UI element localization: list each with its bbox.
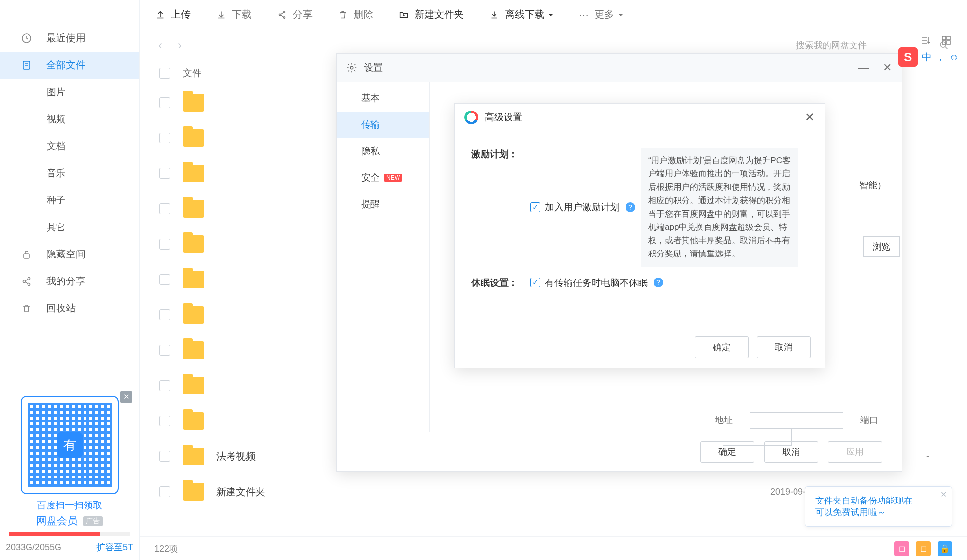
ime-face-icon[interactable]: ☺ [949,52,959,63]
qr-code[interactable] [21,396,119,494]
ime-sogou-icon[interactable]: S [898,47,918,67]
row-checkbox[interactable] [159,309,170,320]
row-checkbox[interactable] [159,380,170,391]
footer-icon-2[interactable]: ◻ [916,541,931,556]
adv-row-sleep: 休眠设置： 有传输任务时电脑不休眠 ? [471,277,808,289]
sidebar-item-other[interactable]: 其它 [0,214,139,241]
ime-comma[interactable]: ， [936,51,945,64]
main: 上传 下载 分享 删除 新建文件夹 离线下载 [140,0,967,560]
folder-icon [183,271,204,288]
row-checkbox[interactable] [159,97,170,108]
offline-button[interactable]: 离线下载 [488,8,553,21]
adv-text2: 有传输任务时电脑不休眠 [545,277,648,289]
row-checkbox[interactable] [159,486,170,497]
storage-text: 2033G/2055G [6,542,61,553]
nav-back[interactable]: ‹ [150,35,170,55]
sidebar-item-music[interactable]: 音乐 [0,160,139,187]
advanced-cancel[interactable]: 取消 [757,336,811,358]
tab-security[interactable]: 安全NEW [337,165,429,191]
footer-icon-3[interactable]: 🔒 [938,541,952,556]
svg-point-8 [284,16,285,18]
tab-transfer[interactable]: 传输 [337,112,429,138]
adv-checkbox1[interactable] [530,202,540,212]
folder-icon [183,235,204,253]
promo-text2: 网盘会员 广告 [10,514,129,528]
newfolder-button[interactable]: 新建文件夹 [398,8,464,21]
tab-basic[interactable]: 基本 [337,85,429,112]
storage-bar [9,532,130,536]
row-checkbox[interactable] [159,451,170,462]
sidebar-list: 最近使用 全部文件 图片 视频 文档 音乐 种子 其它 隐藏空间 我的分享 回收 [0,0,139,389]
settings-titlebar: 设置 — ✕ [337,54,902,82]
row-checkbox[interactable] [159,416,170,426]
folder-icon [183,412,204,430]
sidebar-item-torrent[interactable]: 种子 [0,187,139,214]
upload-icon [154,9,166,21]
settings-close[interactable]: ✕ [883,61,892,74]
adv-checkbox2[interactable] [530,278,540,287]
svg-rect-2 [24,254,29,258]
toolbar: 上传 下载 分享 删除 新建文件夹 离线下载 [140,0,967,29]
svg-rect-9 [942,36,946,40]
promo-close[interactable]: ✕ [120,391,132,403]
sidebar-item-share[interactable]: 我的分享 [0,268,139,295]
row-checkbox[interactable] [159,239,170,250]
expand-link[interactable]: 扩容至5T [96,541,133,553]
row-checkbox[interactable] [159,203,170,214]
sidebar-item-trash[interactable]: 回收站 [0,295,139,322]
settings-tabs: 基本 传输 隐私 安全NEW 提醒 [337,82,430,432]
more-button[interactable]: ⋯ 更多 [578,8,623,21]
delete-button[interactable]: 删除 [337,8,373,21]
advanced-close[interactable]: ✕ [805,111,815,124]
ime-zhong[interactable]: 中 [922,51,932,64]
toast-close[interactable]: ✕ [940,490,947,499]
trash-icon [337,9,349,21]
row-checkbox[interactable] [159,168,170,179]
advanced-ok[interactable]: 确定 [695,336,749,358]
baidu-logo-icon [464,111,478,124]
toast-line1: 文件夹自动备份功能现在 [815,495,942,506]
row-checkbox[interactable] [159,133,170,143]
sidebar-item-hidden[interactable]: 隐藏空间 [0,241,139,268]
sidebar-item-recent[interactable]: 最近使用 [0,25,139,52]
nav-forward[interactable]: › [170,35,190,55]
tab-remind[interactable]: 提醒 [337,191,429,218]
download-button[interactable]: 下载 [215,8,252,21]
advanced-footer: 确定 取消 [695,336,811,358]
sidebar-item-images[interactable]: 图片 [0,79,139,106]
svg-rect-10 [947,36,950,40]
toast: ✕ 文件夹自动备份功能现在 可以免费试用啦～ [805,486,952,527]
svg-point-7 [284,11,285,13]
peek-addr: 地址 端口 [715,412,902,446]
file-name: 新建文件夹 [216,485,265,499]
files-icon [20,58,33,72]
folder-icon [183,483,204,501]
peek-browse[interactable]: 浏览 [863,236,900,257]
newfolder-icon [398,9,410,21]
promo-text1: 百度扫一扫领取 [10,499,129,512]
sidebar-item-video[interactable]: 视频 [0,106,139,133]
row-checkbox[interactable] [159,274,170,285]
svg-point-14 [350,66,353,69]
svg-rect-1 [23,61,30,69]
more-icon: ⋯ [578,9,590,21]
upload-button[interactable]: 上传 [154,8,191,21]
folder-icon [183,165,204,182]
select-all-checkbox[interactable] [159,68,170,79]
info-icon[interactable]: ? [626,202,635,212]
sidebar-item-allfiles[interactable]: 全部文件 [0,52,139,79]
footer-icon-1[interactable]: ◻ [894,541,909,556]
row-checkbox[interactable] [159,345,170,356]
adv-tooltip: “用户激励计划”是百度网盘为提升PC客户端用户体验而推出的一项活动。开启后根据用… [641,148,798,267]
settings-title-label: 设置 [364,61,383,74]
sidebar-item-docs[interactable]: 文档 [0,133,139,160]
sidebar-label: 最近使用 [46,31,85,45]
settings-minimize[interactable]: — [858,61,869,74]
tab-privacy[interactable]: 隐私 [337,138,429,165]
toast-line2: 可以免费试用啦～ [815,506,942,518]
share-icon [20,275,33,288]
lock-icon [20,248,33,261]
info-icon[interactable]: ? [654,278,663,287]
share-button[interactable]: 分享 [276,8,313,21]
svg-rect-12 [947,41,950,44]
